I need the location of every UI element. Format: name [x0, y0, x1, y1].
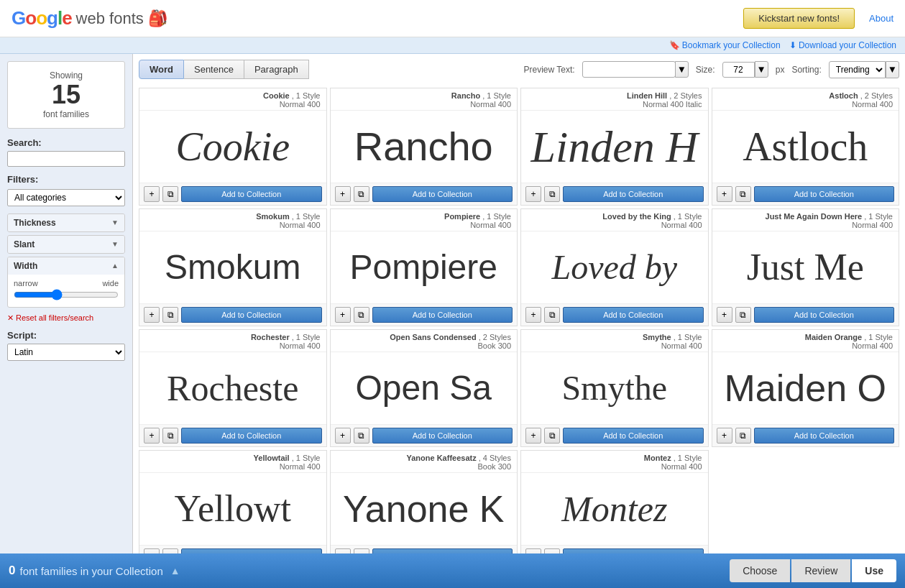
font-card-open-sans-condensed: Open Sans Condensed , 2 Styles Book 300 … [330, 329, 518, 447]
font-weight: Normal 400 [470, 100, 511, 109]
slant-header[interactable]: Slant ▼ [8, 236, 124, 253]
copy-icon-btn[interactable]: ⧉ [162, 428, 178, 444]
add-icon-btn[interactable]: + [144, 307, 160, 323]
font-card-footer: + ⧉ Add to Collection [139, 424, 326, 446]
copy-icon-btn[interactable]: ⧉ [735, 307, 751, 323]
add-to-collection-btn[interactable]: Add to Collection [754, 428, 895, 444]
preview-text-dropdown[interactable]: ▼ [675, 61, 689, 78]
copy-icon-btn[interactable]: ⧉ [354, 186, 369, 202]
width-slider[interactable] [14, 289, 119, 300]
add-to-collection-btn[interactable]: Add to Collection [563, 186, 704, 202]
font-name: Maiden Orange [805, 333, 862, 341]
size-input[interactable] [722, 62, 755, 78]
add-icon-btn[interactable]: + [335, 186, 351, 202]
tab-word[interactable]: Word [139, 60, 184, 79]
font-weight: Book 300 [478, 341, 511, 350]
copy-icon-btn[interactable]: ⧉ [735, 186, 751, 202]
font-preview-text: Montez [561, 491, 667, 527]
x-icon: ✕ [7, 313, 14, 323]
add-to-collection-btn[interactable]: Add to Collection [754, 186, 895, 202]
use-button[interactable]: Use [852, 559, 896, 576]
thickness-header[interactable]: Thickness ▼ [8, 214, 124, 231]
font-card-footer: + ⧉ Add to Collection [139, 183, 326, 205]
add-to-collection-btn[interactable]: Add to Collection [754, 307, 895, 323]
bookmark-icon: 🔖 [669, 40, 680, 50]
slant-arrow-icon: ▼ [111, 240, 119, 248]
sorting-group: Trending ▼ [829, 61, 899, 78]
add-icon-btn[interactable]: + [525, 307, 541, 323]
category-select[interactable]: All categories [7, 189, 125, 206]
add-to-collection-btn[interactable]: Add to Collection [372, 186, 513, 202]
font-preview: Yellowt [139, 473, 326, 545]
size-group: ▼ [722, 61, 768, 78]
copy-icon-btn[interactable]: ⧉ [544, 307, 560, 323]
copy-icon-btn[interactable]: ⧉ [544, 186, 560, 202]
font-card-cookie: Cookie , 1 Style Normal 400 Cookie + ⧉ A… [139, 88, 327, 206]
font-preview-text: Astloch [743, 127, 868, 167]
choose-button[interactable]: Choose [730, 559, 790, 576]
search-input[interactable] [7, 151, 125, 167]
add-icon-btn[interactable]: + [717, 186, 732, 202]
font-card-footer: + ⧉ Add to Collection [331, 183, 518, 205]
add-to-collection-btn[interactable]: Add to Collection [563, 307, 704, 323]
reset-filters-link[interactable]: ✕ Reset all filters/search [7, 313, 125, 323]
font-preview: Maiden O [712, 352, 899, 424]
showing-box: Showing 15 font families [7, 61, 125, 129]
font-card-header: Astloch , 2 Styles Normal 400 [712, 88, 899, 111]
script-select[interactable]: Latin [7, 344, 125, 361]
bookmark-link[interactable]: 🔖 Bookmark your Collection [669, 40, 781, 50]
add-to-collection-btn[interactable]: Add to Collection [372, 428, 513, 444]
font-card-header: Open Sans Condensed , 2 Styles Book 300 [331, 330, 518, 352]
add-icon-btn[interactable]: + [335, 307, 351, 323]
font-card-pompiere: Pompiere , 1 Style Normal 400 Pompiere +… [330, 208, 518, 326]
font-styles: , 2 Styles [479, 333, 511, 341]
showing-label: Showing [14, 70, 119, 81]
about-link[interactable]: About [869, 13, 893, 24]
width-header[interactable]: Width ▲ [8, 257, 124, 275]
add-icon-btn[interactable]: + [525, 428, 541, 444]
web-fonts-title: web fonts [76, 9, 144, 28]
copy-icon-btn[interactable]: ⧉ [544, 428, 560, 444]
add-icon-btn[interactable]: + [335, 428, 351, 444]
sorting-dropdown[interactable]: ▼ [886, 61, 899, 78]
copy-icon-btn[interactable]: ⧉ [354, 428, 369, 444]
copy-icon-btn[interactable]: ⧉ [162, 186, 178, 202]
font-card-rochester: Rochester , 1 Style Normal 400 Rocheste … [139, 329, 327, 447]
add-to-collection-btn[interactable]: Add to Collection [181, 186, 322, 202]
add-to-collection-btn[interactable]: Add to Collection [563, 428, 704, 444]
copy-icon-btn[interactable]: ⧉ [735, 428, 751, 444]
toolbar: Word Sentence Paragraph Preview Text: ▼ … [139, 60, 899, 79]
font-card-maiden-orange: Maiden Orange , 1 Style Normal 400 Maide… [712, 329, 900, 447]
add-icon-btn[interactable]: + [144, 186, 160, 202]
font-preview-text: Open Sa [356, 371, 492, 405]
font-preview-text: Yellowt [175, 490, 291, 528]
add-icon-btn[interactable]: + [717, 428, 732, 444]
size-dropdown[interactable]: ▼ [755, 61, 768, 78]
add-icon-btn[interactable]: + [525, 186, 541, 202]
copy-icon-btn[interactable]: ⧉ [354, 307, 369, 323]
tab-sentence[interactable]: Sentence [184, 60, 244, 79]
px-label: px [776, 65, 785, 75]
header: Google web fonts 🎒 Kickstart new fonts! … [0, 0, 905, 37]
main-layout: Showing 15 font families Search: Filters… [0, 54, 905, 576]
font-preview: Linden H [521, 111, 708, 183]
font-card-footer: + ⧉ Add to Collection [712, 424, 899, 446]
font-weight: Normal 400 [280, 462, 321, 471]
briefcase-icon: 🎒 [148, 9, 167, 28]
font-styles: , 1 Style [292, 91, 321, 100]
sorting-select[interactable]: Trending [829, 61, 886, 78]
download-link[interactable]: ⬇ Download your Collection [789, 40, 896, 50]
add-to-collection-btn[interactable]: Add to Collection [372, 307, 513, 323]
add-icon-btn[interactable]: + [144, 428, 160, 444]
tab-paragraph[interactable]: Paragraph [244, 60, 309, 79]
add-icon-btn[interactable]: + [717, 307, 732, 323]
add-to-collection-btn[interactable]: Add to Collection [181, 307, 322, 323]
copy-icon-btn[interactable]: ⧉ [162, 307, 178, 323]
kickstart-button[interactable]: Kickstart new fonts! [743, 8, 855, 29]
google-logo: Google [12, 7, 72, 29]
preview-text-input[interactable] [582, 61, 676, 78]
add-to-collection-btn[interactable]: Add to Collection [181, 428, 322, 444]
review-button[interactable]: Review [791, 559, 850, 576]
font-styles: , 1 Style [674, 212, 702, 221]
font-card-footer: + ⧉ Add to Collection [712, 303, 899, 326]
